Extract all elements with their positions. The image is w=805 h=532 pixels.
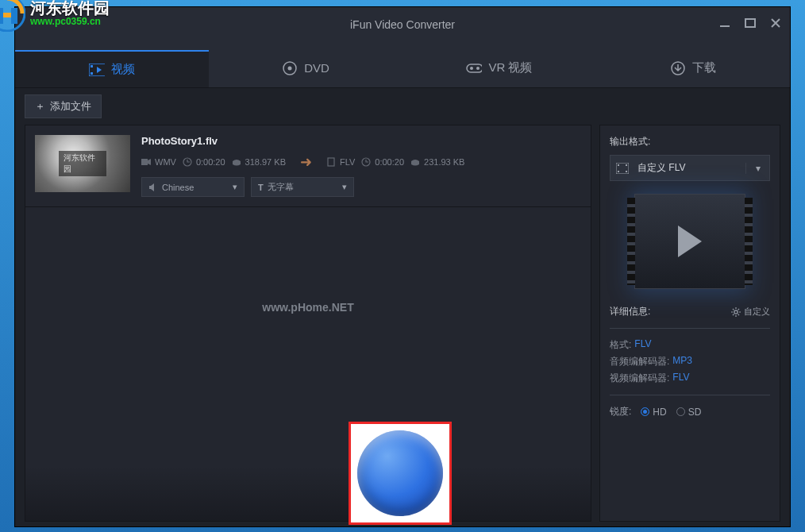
titlebar: iFun Video Converter (15, 7, 790, 50)
film-icon (610, 163, 634, 174)
app-window: iFun Video Converter 视频 DVD VR 视频 下载 ＋ 添… (14, 6, 791, 527)
tab-bar: 视频 DVD VR 视频 下载 (15, 50, 790, 88)
venc-val: FLV (672, 372, 689, 385)
speaker-icon (148, 183, 158, 192)
svg-rect-5 (91, 72, 93, 75)
aenc-val: MP3 (672, 355, 692, 368)
convert-button[interactable] (357, 430, 443, 516)
camera-icon (141, 157, 151, 167)
venc-key: 视频编解码器: (610, 372, 669, 385)
svg-rect-19 (626, 164, 627, 166)
svg-rect-8 (467, 64, 482, 72)
chevron-down-icon: ▾ (342, 182, 347, 192)
chevron-down-icon: ▾ (233, 182, 237, 192)
format-val: FLV (634, 338, 651, 352)
sharpness-hd-radio[interactable]: HD (641, 407, 666, 418)
tab-vr[interactable]: VR 视频 (402, 50, 596, 87)
tab-video-label: 视频 (111, 62, 135, 77)
customize-label: 自定义 (744, 306, 770, 318)
dst-size: 231.93 KB (424, 157, 464, 167)
svg-point-10 (476, 67, 480, 70)
dst-format: FLV (340, 157, 355, 167)
brand-url-text: www.pc0359.cn (30, 17, 110, 27)
video-icon (89, 64, 105, 76)
src-format: WMV (155, 157, 176, 167)
video-preview[interactable] (634, 194, 745, 289)
svg-rect-18 (618, 171, 619, 172)
clock-icon (361, 157, 371, 167)
tab-vr-label: VR 视频 (488, 60, 532, 75)
file-icon (326, 157, 336, 167)
convert-button-highlight (349, 422, 452, 525)
subtitle-dropdown[interactable]: T无字幕 ▾ (251, 177, 354, 197)
text-icon: T (258, 183, 264, 192)
svg-point-21 (734, 310, 738, 313)
language-dropdown[interactable]: Chinese ▾ (141, 177, 245, 197)
svg-rect-17 (618, 164, 619, 166)
file-list: 河东软件园 PhotoStory1.flv WMV 0:00:20 318.97… (25, 125, 591, 522)
svg-rect-1 (720, 25, 730, 27)
aenc-key: 音频编解码器: (610, 355, 669, 368)
close-button[interactable] (769, 17, 782, 29)
sd-label: SD (688, 407, 702, 418)
add-file-button[interactable]: ＋ 添加文件 (25, 94, 102, 118)
tab-video[interactable]: 视频 (15, 50, 209, 87)
download-icon (670, 62, 686, 75)
svg-rect-4 (91, 65, 93, 67)
tab-dvd-label: DVD (304, 61, 329, 75)
add-file-label: 添加文件 (50, 99, 91, 114)
file-item[interactable]: 河东软件园 PhotoStory1.flv WMV 0:00:20 318.97… (25, 125, 591, 207)
dst-duration: 0:00:20 (375, 157, 404, 167)
file-thumbnail[interactable]: 河东软件园 (35, 135, 130, 192)
svg-rect-20 (626, 171, 627, 172)
tab-download-label: 下载 (692, 60, 716, 75)
vr-icon (466, 62, 482, 75)
clock-icon (183, 157, 192, 167)
plus-icon: ＋ (35, 99, 45, 114)
disk-icon (410, 157, 420, 167)
arrow-right-icon: ➜ (300, 153, 312, 171)
output-format-value: 自定义 FLV (634, 156, 745, 180)
sharpness-label: 锐度: (610, 405, 631, 418)
play-icon (678, 226, 702, 257)
format-key: 格式: (610, 338, 631, 352)
sidebar: 输出格式: 自定义 FLV ▾ 详细信息: 自定义 格式:FLV 音频编解码器:… (599, 125, 780, 522)
tab-download[interactable]: 下载 (596, 50, 790, 87)
watermark-brand: 河东软件园 www.pc0359.cn (0, 0, 110, 32)
disk-icon (232, 157, 241, 167)
minimize-button[interactable] (718, 17, 731, 29)
gear-icon (731, 307, 741, 317)
maximize-button[interactable] (744, 17, 757, 29)
output-format-select[interactable]: 自定义 FLV ▾ (610, 155, 770, 181)
svg-rect-2 (745, 19, 755, 27)
src-duration: 0:00:20 (196, 157, 225, 167)
svg-point-9 (470, 67, 473, 70)
app-title: iFun Video Converter (350, 18, 455, 31)
sharpness-sd-radio[interactable]: SD (676, 407, 702, 418)
detail-info-label: 详细信息: (610, 305, 650, 318)
src-size: 318.97 KB (245, 157, 286, 167)
center-watermark: www.pHome.NET (262, 301, 353, 314)
hd-label: HD (653, 407, 666, 418)
tab-dvd[interactable]: DVD (209, 50, 402, 87)
output-format-label: 输出格式: (610, 135, 770, 148)
dvd-icon (282, 62, 298, 75)
svg-point-7 (288, 66, 292, 70)
brand-cn-text: 河东软件园 (30, 0, 110, 17)
thumb-label: 河东软件园 (59, 151, 106, 176)
svg-rect-14 (328, 158, 334, 166)
chevron-down-icon: ▾ (745, 163, 769, 174)
file-name: PhotoStory1.flv (141, 135, 581, 147)
svg-rect-12 (141, 159, 148, 165)
subtitle-value: 无字幕 (268, 181, 294, 193)
customize-button[interactable]: 自定义 (731, 306, 770, 318)
brand-logo-icon (0, 0, 25, 32)
language-value: Chinese (162, 183, 194, 192)
